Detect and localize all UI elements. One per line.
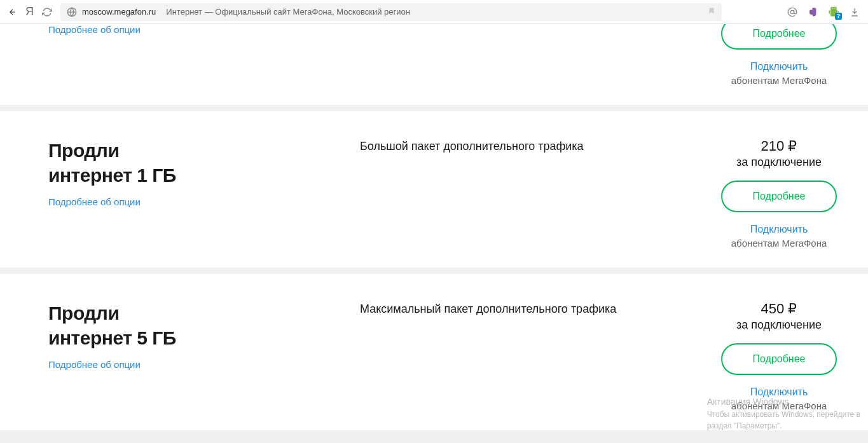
back-button[interactable] [8, 7, 18, 17]
more-about-option-link[interactable]: Подробнее об опции [48, 359, 141, 370]
connect-subtext: абонентам МегаФона [709, 75, 849, 86]
connect-subtext: абонентам МегаФона [709, 238, 849, 249]
svg-point-5 [834, 8, 835, 8]
page-title: Интернет — Официальный сайт МегаФона, Мо… [166, 7, 410, 17]
details-button[interactable]: Подробнее [721, 181, 837, 212]
url-text: moscow.megafon.ru [82, 7, 156, 17]
tariff-price-sub: за подключение [709, 156, 849, 169]
more-about-option-link[interactable]: Подробнее об опции [48, 24, 141, 35]
details-button[interactable]: Подробнее [721, 343, 837, 375]
tariff-price: 450 ₽ [709, 301, 849, 317]
svg-point-4 [832, 8, 832, 8]
tariff-description: Максимальный пакет дополнительного трафи… [360, 301, 696, 318]
svg-point-2 [790, 10, 794, 13]
content-area: Подробнее об опции Подробнее Подключить … [0, 24, 868, 443]
connect-link[interactable]: Подключить [709, 61, 849, 72]
bookmark-icon[interactable] [708, 6, 715, 17]
tariff-title: Продлиинтернет 5 ГБ [48, 301, 360, 350]
yandex-logo[interactable]: Я [25, 5, 34, 18]
more-about-option-link[interactable]: Подробнее об опции [48, 196, 141, 207]
refresh-button[interactable] [41, 6, 53, 18]
tariff-price: 210 ₽ [709, 138, 849, 154]
details-button[interactable]: Подробнее [721, 24, 837, 50]
windows-activation-watermark: Активация Windows Чтобы активировать Win… [707, 395, 860, 432]
toolbar-right: ? [787, 6, 860, 18]
evernote-icon[interactable] [807, 6, 818, 18]
tariff-card: Подробнее об опции Подробнее Подключить … [0, 24, 868, 105]
svg-point-3 [830, 6, 837, 11]
android-extension-icon[interactable]: ? [827, 6, 840, 18]
tariff-price-sub: за подключение [709, 318, 849, 332]
globe-icon [67, 7, 77, 17]
download-icon[interactable] [849, 6, 860, 18]
svg-rect-6 [829, 10, 830, 13]
at-icon[interactable] [787, 6, 798, 18]
tariff-title: Продлиинтернет 1 ГБ [48, 138, 360, 187]
tariff-card: Продлиинтернет 1 ГБ Подробнее об опции Б… [0, 111, 868, 268]
tariff-description: Большой пакет дополнительного трафика [360, 138, 696, 155]
connect-link[interactable]: Подключить [709, 224, 849, 235]
extension-badge: ? [835, 13, 842, 20]
browser-toolbar: Я moscow.megafon.ru Интернет — Официальн… [0, 0, 868, 24]
address-bar[interactable]: moscow.megafon.ru Интернет — Официальный… [60, 3, 722, 21]
